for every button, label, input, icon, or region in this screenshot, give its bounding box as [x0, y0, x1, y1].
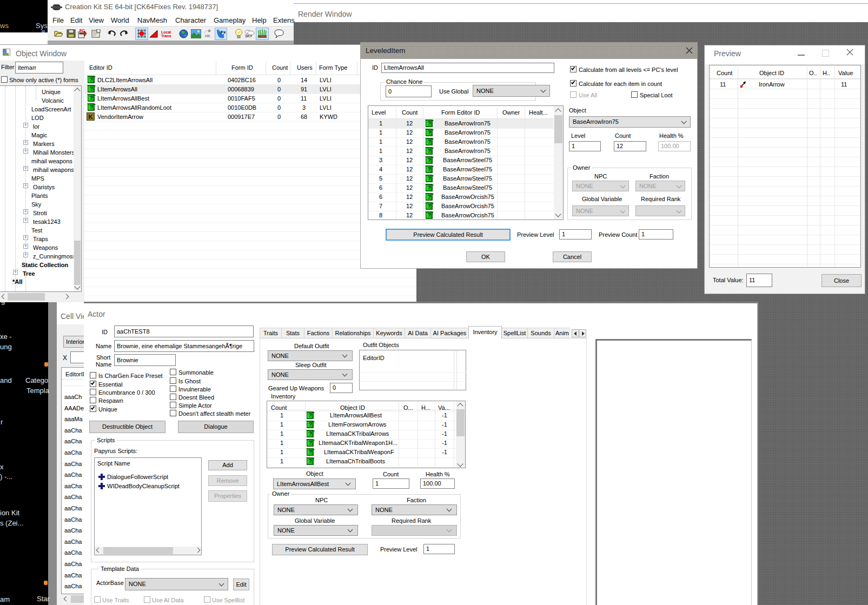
- svg-text:PC: PC: [79, 29, 85, 32]
- svg-text:Fx: Fx: [221, 30, 226, 35]
- svg-text:HK: HK: [205, 34, 210, 38]
- svg-text:SKY: SKY: [245, 34, 253, 38]
